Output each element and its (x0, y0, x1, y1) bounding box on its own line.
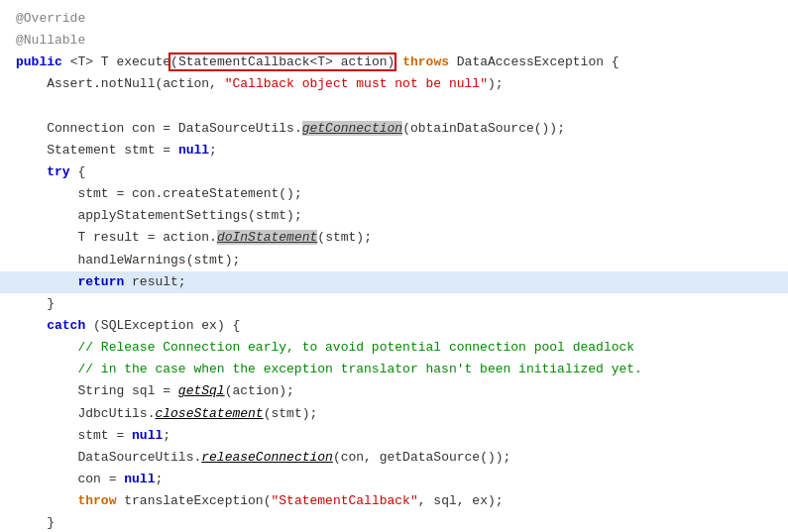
code-line-19: JdbcUtils.closeStatement(stmt); (0, 403, 788, 425)
kw-return: return (77, 274, 124, 289)
assert-class: Assert (47, 76, 93, 91)
exception-type: DataAccessException (457, 54, 604, 69)
getdatasource-1: getDataSource (380, 450, 480, 465)
type-t: T (101, 54, 109, 69)
var-sql: sql (132, 383, 155, 398)
code-line-17: // in the case when the exception transl… (0, 359, 788, 380)
stmt-null: stmt (77, 428, 108, 443)
sql-arg: sql (433, 493, 456, 508)
annotation-override: @Override (16, 11, 85, 26)
parameter-highlight-box: (StatementCallback<T> action) (170, 54, 394, 69)
kw-null-1: null (178, 143, 209, 158)
code-line-24: } (0, 512, 788, 532)
con-method: con (132, 186, 155, 201)
code-line-18: String sql = getSql(action); (0, 380, 788, 402)
create-statement: createStatement (163, 186, 279, 201)
method-execute: execute (116, 54, 170, 69)
kw-catch: catch (47, 318, 85, 333)
code-line-12: handleWarnings(stmt); (0, 250, 788, 271)
translate-exception: translateException (124, 493, 263, 508)
code-line-20: stmt = null; (0, 425, 788, 447)
code-line-4: Assert.notNull(action, "Callback object … (0, 73, 788, 95)
type-connection: Connection (47, 121, 124, 136)
code-line-1: @Override (0, 8, 788, 30)
stmt-assign-1: stmt (77, 186, 108, 201)
kw-throws: throws (402, 54, 449, 69)
code-line-14: } (0, 293, 788, 315)
kw-null-3: null (124, 472, 155, 486)
ex-var: ex (201, 318, 217, 333)
type-string: String (77, 383, 124, 398)
sqlexception-type: SQLException (101, 318, 194, 333)
param-name: action (341, 54, 388, 69)
obtain-datasource: obtainDataSource (410, 121, 534, 136)
code-line-8: try { (0, 161, 788, 183)
assert-method: notNull (101, 76, 156, 91)
datasourceutils-class-2: DataSourceUtils (77, 450, 193, 465)
kw-public: public (16, 54, 62, 69)
var-result: result (93, 230, 140, 245)
comment-1: // Release Connection early, to avoid po… (77, 340, 634, 355)
code-line-13: return result; (0, 271, 788, 293)
method-closestatement-1: closeStatement (155, 406, 263, 421)
brace-open: { (612, 54, 619, 69)
con-arg-1: con (341, 450, 364, 465)
code-line-11: T result = action.doInStatement(stmt); (0, 227, 788, 249)
var-con: con (132, 121, 155, 136)
method-getsql: getSql (178, 383, 225, 398)
method-releaseconnection-1: releaseConnection (201, 450, 333, 465)
stmt-arg-4: stmt (271, 406, 301, 421)
kw-null-2: null (132, 428, 163, 443)
ex-arg: ex (472, 493, 488, 508)
code-line-9: stmt = con.createStatement(); (0, 183, 788, 205)
code-line-2: @Nullable (0, 30, 788, 52)
code-line-21: DataSourceUtils.releaseConnection(con, g… (0, 447, 788, 469)
code-line-15: catch (SQLException ex) { (0, 315, 788, 337)
handle-warnings: handleWarnings (77, 253, 185, 267)
var-stmt: stmt (124, 143, 155, 158)
code-line-7: Statement stmt = null; (0, 140, 788, 161)
action-arg: action (163, 76, 209, 91)
code-line-22: con = null; (0, 469, 788, 490)
action-ref: action (163, 230, 209, 245)
method-getconnection: getConnection (302, 121, 402, 136)
code-line-5 (0, 96, 788, 118)
code-line-10: applyStatementSettings(stmt); (0, 205, 788, 227)
kw-throw: throw (77, 493, 116, 508)
stmt-arg-3: stmt (193, 253, 224, 267)
comment-2: // in the case when the exception transl… (77, 362, 642, 376)
string-callback-msg: "Callback object must not be null" (225, 76, 488, 91)
code-line-3: public <T> T execute(StatementCallback<T… (0, 52, 788, 73)
apply-stmt-settings: applyStatementSettings (77, 208, 248, 223)
method-doInStatement: doInStatement (217, 230, 317, 245)
datasourceutils-class: DataSourceUtils (178, 121, 294, 136)
code-line-23: throw translateException("StatementCallb… (0, 490, 788, 512)
kw-try: try (47, 164, 69, 179)
jdbcutils-class-1: JdbcUtils (77, 406, 147, 421)
code-line-16: // Release Connection early, to avoid po… (0, 337, 788, 359)
code-editor: @Override @Nullable public <T> T execute… (0, 0, 788, 532)
string-statementcallback: "StatementCallback" (272, 493, 418, 508)
annotation-nullable: @Nullable (16, 33, 85, 48)
stmt-arg-1: stmt (256, 208, 286, 223)
result-var: result (132, 274, 178, 289)
code-line-6: Connection con = DataSourceUtils.getConn… (0, 118, 788, 140)
type-statement: Statement (47, 143, 116, 158)
type-t-result: T (77, 230, 85, 245)
param-type: StatementCallback<T> (178, 54, 333, 69)
stmt-arg-2: stmt (325, 230, 356, 245)
con-null: con (77, 472, 100, 486)
action-arg-2: action (232, 383, 279, 398)
generic-t: <T> (70, 54, 93, 69)
